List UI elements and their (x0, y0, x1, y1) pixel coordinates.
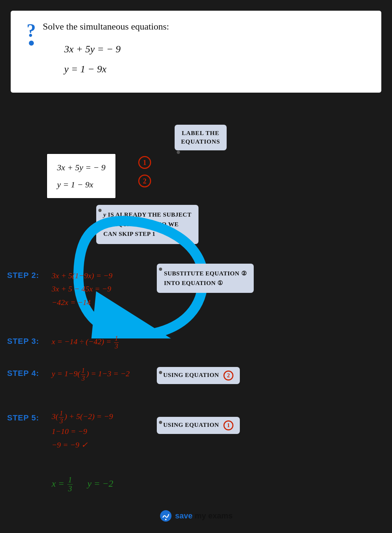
final-answer: x = 13 y = −2 (52, 476, 113, 493)
step2-line3: −42x = −14 (52, 296, 113, 309)
step2-label: STEP 2: (7, 271, 39, 280)
step2-area: STEP 2: (7, 271, 39, 280)
step5-label: STEP 5: (7, 413, 39, 422)
connector-dot-substitute (159, 268, 162, 271)
svg-point-3 (165, 519, 166, 520)
step5-area: STEP 5: (7, 413, 39, 423)
connector-dot-skip (98, 209, 102, 212)
callout-label-equations: LABEL THEEQUATIONS (175, 125, 227, 150)
brand-name: save my exams (175, 511, 233, 521)
step5-line2: 1−10 = −9 (52, 425, 113, 438)
brand-my: my (195, 511, 206, 520)
step4-content: y = 1−9(13) = 1−3 = −2 (52, 367, 130, 382)
question-box: ? Solve the simultaneous equations: 3x +… (11, 11, 381, 93)
circle-2: 2 (138, 175, 151, 187)
question-prompt: Solve the simultaneous equations: (43, 21, 367, 32)
question-eq1: 3x + 5y = − 9 (64, 39, 367, 59)
footer: save my exams (159, 509, 233, 522)
step2-line2: 3x + 5 − 45x = −9 (52, 282, 113, 295)
callout-using-eq2: USING EQUATION 2 (157, 367, 240, 384)
step3-label: STEP 3: (7, 337, 39, 346)
step3-equation: x = −14 ÷ (−42) = 13 (52, 337, 119, 346)
brand-logo (159, 509, 172, 522)
step4-equation: y = 1−9(13) = 1−3 = −2 (52, 369, 130, 378)
question-equations: 3x + 5y = − 9 y = 1 − 9x (64, 39, 367, 79)
brand-exams: exams (208, 511, 233, 520)
step2-line1: 3x + 5(1−9x) = −9 (52, 269, 113, 282)
step5-content: 3(13) + 5(−2) = −9 1−10 = −9 −9 = −9 ✓ (52, 410, 113, 451)
diagram-area: LABEL THEEQUATIONS 3x + 5y = − 9 y = 1 −… (0, 103, 392, 533)
brand-save: save (175, 511, 192, 520)
callout-substitute: SUBSTITUTE EQUATION ②INTO EQUATION ① (157, 264, 254, 293)
eq1-display: 3x + 5y = − 9 (57, 159, 105, 176)
step5-line1: 3(13) + 5(−2) = −9 (52, 410, 113, 425)
question-eq2: y = 1 − 9x (64, 59, 367, 79)
question-mark: ? (27, 21, 36, 40)
step4-area: STEP 4: (7, 369, 39, 378)
step3-content: x = −14 ÷ (−42) = 13 (52, 335, 119, 350)
eq2-display: y = 1 − 9x (57, 176, 105, 193)
equation-labels: 1 2 (135, 156, 151, 187)
step3-area: STEP 3: (7, 337, 39, 346)
step4-label: STEP 4: (7, 369, 39, 378)
callout-using-eq1: USING EQUATION 1 (157, 417, 240, 434)
circle-1: 1 (138, 156, 151, 169)
equations-box: 3x + 5y = − 9 y = 1 − 9x (46, 153, 116, 199)
connector-dot-using2 (159, 371, 162, 374)
question-icon: ? (21, 21, 41, 46)
step5-line3: −9 = −9 ✓ (52, 438, 113, 451)
connector-dot-label (177, 151, 180, 154)
question-dot (29, 41, 34, 46)
step2-content: 3x + 5(1−9x) = −9 3x + 5 − 45x = −9 −42x… (52, 269, 113, 309)
connector-dot-using1 (159, 421, 162, 424)
